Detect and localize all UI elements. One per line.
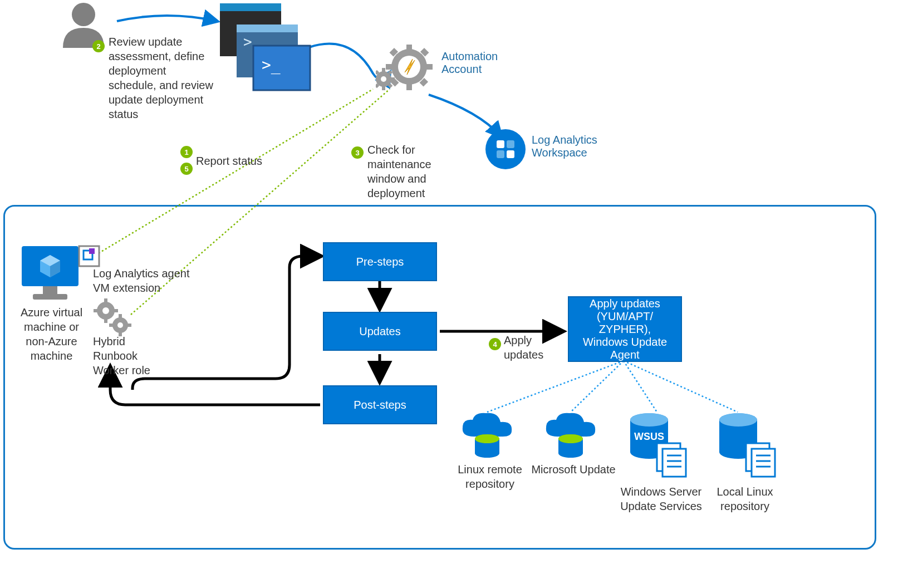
svg-rect-50 <box>89 248 95 254</box>
wsus-badge-text: WSUS <box>634 431 664 442</box>
badge-3-text: 3 <box>355 149 359 157</box>
automation-account-label: Automation Account <box>441 50 519 76</box>
svg-rect-41 <box>507 150 514 158</box>
svg-rect-19 <box>382 86 385 90</box>
apply-updates-box: Apply updates (YUM/APT/ ZYPHER), Windows… <box>568 296 682 362</box>
svg-rect-39 <box>507 140 514 148</box>
svg-point-37 <box>485 129 526 169</box>
ms-update-label: Microsoft Update <box>529 462 618 477</box>
svg-point-56 <box>102 307 109 314</box>
hybrid-worker-icon <box>94 298 133 337</box>
svg-rect-60 <box>109 324 114 327</box>
svg-rect-58 <box>119 314 122 318</box>
local-linux-label: Local Linux repository <box>711 484 778 513</box>
badge-2: 2 <box>92 40 105 52</box>
svg-rect-44 <box>33 294 67 300</box>
svg-rect-29 <box>406 82 412 90</box>
svg-point-65 <box>475 449 499 458</box>
apply-updates-box-label: Apply updates (YUM/APT/ ZYPHER), Windows… <box>577 297 673 361</box>
svg-rect-20 <box>376 77 377 81</box>
post-steps-box: Post-steps <box>323 385 437 424</box>
local-linux-icon <box>713 412 785 479</box>
terminal-stack-icon: > >_ <box>220 3 312 92</box>
badge-3: 3 <box>351 146 364 159</box>
svg-point-26 <box>381 76 386 82</box>
svg-rect-76 <box>663 449 686 477</box>
svg-rect-31 <box>425 64 433 70</box>
badge-1-text: 1 <box>184 148 188 156</box>
svg-rect-85 <box>752 449 775 477</box>
svg-point-66 <box>475 434 499 443</box>
svg-rect-54 <box>94 309 98 312</box>
ms-update-icon <box>543 412 598 461</box>
la-agent-label: Log Analytics agent VM extension <box>93 266 204 295</box>
badge-5-text: 5 <box>184 165 188 173</box>
svg-point-83 <box>719 413 757 427</box>
log-analytics-label: Log Analytics Workspace <box>532 134 615 159</box>
vm-label: Azure virtual machine or non-Azure machi… <box>14 305 89 363</box>
svg-rect-30 <box>386 64 394 70</box>
svg-text:>: > <box>243 33 252 50</box>
la-agent-ext-icon <box>78 245 100 267</box>
svg-rect-18 <box>382 68 385 72</box>
pre-steps-box: Pre-steps <box>323 242 437 281</box>
svg-rect-61 <box>127 324 131 327</box>
svg-rect-43 <box>43 286 57 294</box>
badge-2-text: 2 <box>96 42 100 51</box>
svg-rect-40 <box>497 150 504 158</box>
check-maint-text: Check for maintenance window and deploym… <box>367 143 451 200</box>
updates-box: Updates <box>323 312 437 351</box>
automation-account-icon <box>376 45 437 100</box>
updates-label: Updates <box>359 325 401 338</box>
log-analytics-icon <box>484 128 527 170</box>
apply-updates-text: Apply updates <box>504 333 554 362</box>
svg-point-74 <box>630 413 668 427</box>
svg-rect-11 <box>220 3 281 11</box>
svg-rect-38 <box>497 140 504 148</box>
badge-1: 1 <box>180 146 193 158</box>
vm-monitor-icon <box>19 245 81 303</box>
post-steps-label: Post-steps <box>354 399 406 411</box>
report-status-text: Report status <box>196 154 262 168</box>
svg-rect-53 <box>104 318 107 323</box>
linux-remote-label: Linux remote repository <box>451 462 529 491</box>
wsus-label: Windows Server Update Services <box>615 484 707 513</box>
svg-point-70 <box>558 434 583 443</box>
svg-rect-55 <box>114 309 118 312</box>
svg-point-69 <box>558 449 583 458</box>
linux-remote-icon <box>459 412 515 461</box>
badge-4-text: 4 <box>493 340 497 349</box>
svg-point-62 <box>117 322 123 328</box>
svg-rect-28 <box>406 45 412 51</box>
step2-text: Review update assessment, define deploym… <box>109 35 214 121</box>
pre-steps-label: Pre-steps <box>356 256 404 268</box>
svg-rect-13 <box>237 24 298 32</box>
badge-5: 5 <box>180 163 193 175</box>
svg-point-9 <box>72 3 95 26</box>
badge-4: 4 <box>489 338 501 350</box>
wsus-icon: WSUS <box>624 412 696 479</box>
svg-rect-52 <box>104 298 107 303</box>
hybrid-worker-label: Hybrid Runbook Worker role <box>93 334 160 378</box>
svg-text:>_: >_ <box>262 56 281 75</box>
